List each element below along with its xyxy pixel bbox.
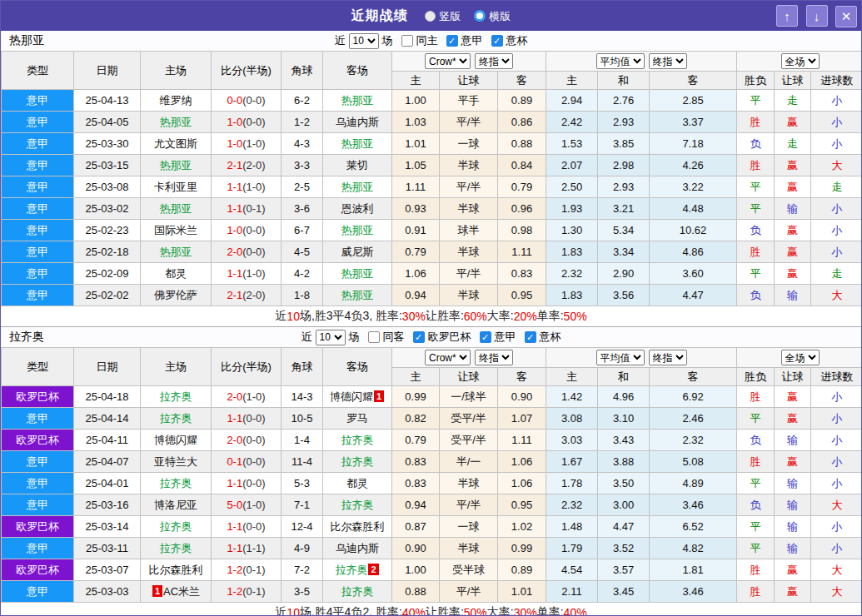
filter-checkbox[interactable] xyxy=(401,35,413,47)
column-header: 比分(半场) xyxy=(212,52,282,90)
score-cell: 2-1(2-0) xyxy=(212,285,282,306)
column-header: 客场 xyxy=(323,348,392,386)
layout-radio[interactable]: 横版 xyxy=(474,10,511,22)
summary-text: 单率: xyxy=(537,309,564,324)
layout-radio[interactable]: 竖版 xyxy=(425,10,461,22)
corners-cell: 7-2 xyxy=(282,559,323,581)
column-header: 角球 xyxy=(282,348,323,386)
result-handicap-cell: 赢 xyxy=(775,581,811,603)
date-cell: 25-03-30 xyxy=(74,133,141,155)
filter-checkbox[interactable]: ✓ xyxy=(491,35,503,47)
avg-time-select[interactable]: 终指 xyxy=(649,53,687,69)
fulltime-score: 2-1 xyxy=(227,159,242,171)
summary-text: 30% xyxy=(514,606,537,616)
result-handicap-cell: 赢 xyxy=(775,112,811,133)
filter-label: 意杯 xyxy=(506,33,528,48)
score-cell: 2-0(0-0) xyxy=(212,241,282,263)
odds-time-select[interactable]: 终指 xyxy=(475,350,513,365)
radio-dot-icon xyxy=(474,10,486,22)
bookmaker-select[interactable]: Crow* xyxy=(425,53,471,69)
team-name: 热那亚 xyxy=(160,246,192,258)
period-select[interactable]: 全场 xyxy=(781,350,820,365)
odds-time-select[interactable]: 终指 xyxy=(475,53,513,69)
crow-home-odds-cell: 0.88 xyxy=(392,581,440,603)
team-name: 热那亚 xyxy=(341,137,374,150)
summary-text: 30% xyxy=(402,310,426,323)
match-count-select[interactable]: 10 xyxy=(316,330,346,345)
date-cell: 25-03-08 xyxy=(74,176,141,198)
sections-container: 热那亚近10场同主✓意甲✓意杯类型日期主场比分(半场)角球客场Crow*终指平均… xyxy=(1,31,861,616)
avg-draw-odds-cell: 2.98 xyxy=(598,155,650,176)
fulltime-score: 5-0 xyxy=(227,499,242,511)
subcol-header: 客 xyxy=(650,368,737,386)
crow-handicap-cell: 受半球 xyxy=(440,559,498,581)
result-goals-cell: 小 xyxy=(811,220,862,241)
column-header: 类型 xyxy=(2,52,74,90)
corners-cell: 3-6 xyxy=(282,198,323,220)
competition-cell: 意甲 xyxy=(2,451,74,473)
team-name: 佛罗伦萨 xyxy=(154,289,197,301)
home-team-cell: 拉齐奥 xyxy=(141,538,212,559)
scroll-down-button[interactable]: ↓ xyxy=(806,5,828,27)
filter-checkbox[interactable]: ✓ xyxy=(413,331,425,343)
crow-away-odds-cell: 1.06 xyxy=(498,451,546,473)
filter-checkbox[interactable]: ✓ xyxy=(480,331,491,343)
fulltime-score: 1-0 xyxy=(227,137,242,150)
match-row: 意甲25-03-02热那亚1-1(0-1)3-6恩波利0.93半球0.961.9… xyxy=(2,198,862,220)
filter-checkbox[interactable]: ✓ xyxy=(525,331,536,343)
result-outcome-cell: 负 xyxy=(737,220,775,241)
away-team-cell: 罗马 xyxy=(323,408,392,430)
avg-away-odds-cell: 6.92 xyxy=(650,386,737,408)
match-count-select[interactable]: 10 xyxy=(349,33,379,49)
away-team-cell: 热那亚 xyxy=(323,90,392,112)
crow-home-odds-cell: 1.01 xyxy=(392,133,440,155)
score-cell: 1-1(0-0) xyxy=(212,516,282,538)
radio-dot-icon xyxy=(425,11,436,22)
avg-select[interactable]: 平均值 xyxy=(596,350,645,365)
match-row: 意甲25-02-23国际米兰1-0(0-0)6-7热那亚0.91球半0.981.… xyxy=(2,220,862,241)
result-goals-cell: 大 xyxy=(811,285,862,306)
avg-draw-odds-cell: 2.93 xyxy=(598,176,650,198)
result-outcome-cell: 平 xyxy=(737,90,775,112)
summary-text: 50% xyxy=(564,310,587,323)
period-select[interactable]: 全场 xyxy=(781,53,820,69)
crow-home-odds-cell: 0.83 xyxy=(392,451,440,473)
crow-home-odds-cell: 0.94 xyxy=(392,285,440,306)
halftime-score: (2-0) xyxy=(242,159,265,171)
crow-handicap-cell: 半球 xyxy=(440,473,498,494)
result-outcome-cell: 平 xyxy=(737,408,775,430)
avg-draw-odds-cell: 3.50 xyxy=(598,473,650,494)
home-team-cell: 国际米兰 xyxy=(141,220,212,241)
filter-checkbox[interactable]: ✓ xyxy=(446,35,458,47)
filter-checkbox[interactable] xyxy=(368,331,380,343)
corners-cell: 4-2 xyxy=(282,263,323,285)
crow-away-odds-cell: 1.02 xyxy=(498,516,546,538)
crow-handicap-cell: 球半 xyxy=(440,220,498,241)
away-team-cell: 恩波利 xyxy=(323,198,392,220)
subcol-header: 主 xyxy=(392,72,440,90)
crow-handicap-cell: 平/半 xyxy=(440,112,498,133)
away-team-cell: 乌迪内斯 xyxy=(323,538,392,559)
team-name: 博洛尼亚 xyxy=(154,499,197,511)
avg-time-select[interactable]: 终指 xyxy=(649,350,687,365)
crow-home-odds-cell: 0.90 xyxy=(392,538,440,559)
close-button[interactable]: ✕ xyxy=(835,6,857,27)
result-outcome-cell: 平 xyxy=(737,538,775,559)
crow-away-odds-cell: 0.95 xyxy=(498,494,546,516)
header-selects: 全场 xyxy=(737,53,862,69)
column-header: 主场 xyxy=(141,348,212,386)
score-cell: 1-2(0-1) xyxy=(212,581,282,603)
fulltime-score: 1-1 xyxy=(227,412,242,425)
competition-cell: 欧罗巴杯 xyxy=(2,559,74,581)
odds-group-header: 全场 xyxy=(737,52,862,72)
filter-bar: 近10场同主✓意甲✓意杯 xyxy=(335,33,528,49)
halftime-score: (0-0) xyxy=(242,520,265,533)
scroll-up-button[interactable]: ↑ xyxy=(776,5,798,27)
team-name: 热那亚 xyxy=(160,202,192,215)
odds-group-header: 平均值终指 xyxy=(546,348,737,368)
bookmaker-select[interactable]: Crow* xyxy=(425,350,471,365)
header-selects: 平均值终指 xyxy=(546,53,736,69)
team-name: 恩波利 xyxy=(341,202,374,215)
crow-handicap-cell: 半球 xyxy=(440,155,498,176)
avg-select[interactable]: 平均值 xyxy=(596,53,645,69)
